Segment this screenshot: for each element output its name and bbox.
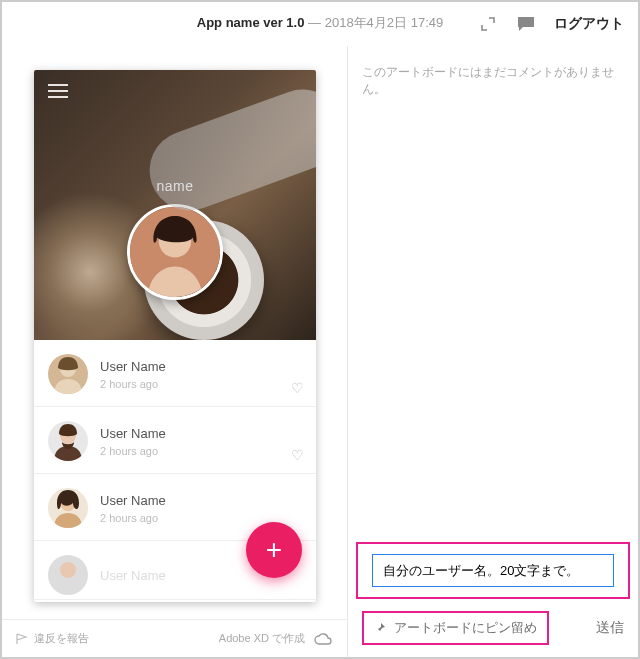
creative-cloud-icon bbox=[313, 629, 333, 649]
app-name: App name ver 1.0 bbox=[197, 15, 305, 30]
made-with-label: Adobe XD で作成 bbox=[219, 631, 305, 646]
heart-icon[interactable]: ♡ bbox=[291, 447, 304, 463]
preview-panel: name User Name2 hours ago ♡ bbox=[2, 46, 348, 657]
user-name: User Name bbox=[100, 493, 166, 508]
user-name: User Name bbox=[100, 426, 166, 441]
no-comments-message: このアートボードにはまだコメントがありません。 bbox=[348, 46, 638, 98]
avatar bbox=[48, 555, 88, 595]
timestamp: 2 hours ago bbox=[100, 512, 166, 524]
user-name: User Name bbox=[100, 359, 166, 374]
header-title: App name ver 1.0 — 2018年4月2日 17:49 bbox=[2, 14, 638, 32]
timestamp: 2 hours ago bbox=[100, 445, 166, 457]
expand-icon[interactable] bbox=[478, 14, 498, 34]
send-button[interactable]: 送信 bbox=[596, 619, 624, 637]
avatar bbox=[48, 488, 88, 528]
hero-image: name bbox=[34, 70, 316, 340]
username-input[interactable] bbox=[372, 554, 614, 587]
pin-icon bbox=[374, 622, 386, 634]
pin-to-artboard-button[interactable]: アートボードにピン留め bbox=[362, 611, 549, 645]
list-item[interactable]: User Name2 hours ago ♡ bbox=[34, 340, 316, 407]
app-frame: App name ver 1.0 — 2018年4月2日 17:49 ログアウト… bbox=[0, 0, 640, 659]
hero-avatar bbox=[127, 204, 223, 300]
header-timestamp: — 2018年4月2日 17:49 bbox=[308, 15, 443, 30]
comment-compose-box bbox=[356, 542, 630, 599]
hero-name-label: name bbox=[156, 178, 193, 194]
artboard-preview[interactable]: name User Name2 hours ago ♡ bbox=[34, 70, 316, 602]
avatar bbox=[48, 421, 88, 461]
list-item[interactable]: User Name2 hours ago ♡ bbox=[34, 407, 316, 474]
svg-point-9 bbox=[60, 562, 76, 578]
logout-button[interactable]: ログアウト bbox=[554, 15, 624, 33]
hamburger-icon[interactable] bbox=[48, 84, 68, 98]
heart-icon[interactable]: ♡ bbox=[291, 380, 304, 396]
report-abuse-link[interactable]: 違反を報告 bbox=[16, 631, 89, 646]
flag-icon bbox=[16, 633, 28, 645]
timestamp: 2 hours ago bbox=[100, 378, 166, 390]
comments-panel: このアートボードにはまだコメントがありません。 アートボードにピン留め 送信 bbox=[348, 46, 638, 657]
preview-footer: 違反を報告 Adobe XD で作成 bbox=[2, 619, 347, 657]
user-name: User Name bbox=[100, 568, 166, 583]
fab-add-button[interactable]: + bbox=[246, 522, 302, 578]
comment-icon[interactable] bbox=[516, 14, 536, 34]
avatar bbox=[48, 354, 88, 394]
top-bar: App name ver 1.0 — 2018年4月2日 17:49 ログアウト bbox=[2, 2, 638, 46]
